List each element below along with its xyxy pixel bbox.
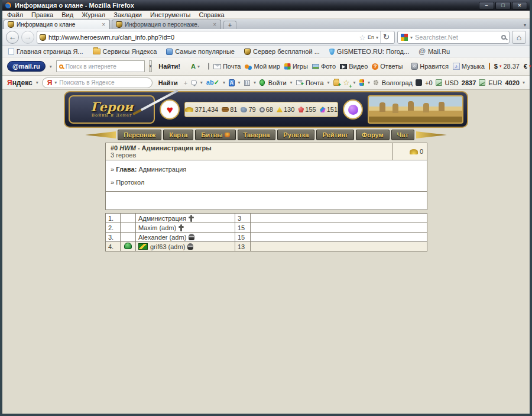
- bookmark-item[interactable]: Самые популярные: [166, 48, 235, 55]
- mailru-video-link[interactable]: Видео: [340, 63, 368, 70]
- mailru-find-button[interactable]: Найти!: [156, 62, 183, 71]
- yandex-find-button[interactable]: Найти: [156, 78, 180, 88]
- nav-rating[interactable]: Рейтинг: [316, 130, 353, 140]
- clipboard-icon[interactable]: [208, 63, 209, 70]
- dropdown-icon[interactable]: ▾: [54, 80, 57, 85]
- nav-battles[interactable]: Битвы: [195, 130, 235, 140]
- bookmark-item[interactable]: GISMETEO.RU: Погод...: [329, 48, 409, 55]
- mailru-search-input[interactable]: [66, 63, 144, 70]
- tab-clan-info[interactable]: Информация о клане ×: [4, 20, 110, 29]
- member-name-link[interactable]: Администрация: [138, 215, 186, 222]
- list-all-tabs-icon[interactable]: ▾: [524, 22, 528, 29]
- usd-rate[interactable]: $ ▾ 28.37: [494, 63, 520, 70]
- translate-icon[interactable]: А: [229, 79, 235, 86]
- yandex-login-link[interactable]: Войти: [268, 79, 287, 86]
- nav-map[interactable]: Карта: [163, 130, 193, 140]
- yandex-mail-link[interactable]: Почта: [306, 79, 324, 86]
- game-logo[interactable]: Герои Войны и Денег: [69, 95, 155, 124]
- bookmark-item[interactable]: Сервисы Яндекса: [93, 48, 157, 55]
- nav-roulette[interactable]: Рулетка: [277, 130, 314, 140]
- tab-character-info[interactable]: Информация о персонаже. ×: [112, 20, 221, 29]
- menu-file[interactable]: Файл: [7, 11, 23, 18]
- add-bookmark-star-icon[interactable]: ☆: [343, 78, 350, 87]
- mailru-mail-link[interactable]: Почта: [213, 63, 241, 70]
- reload-icon[interactable]: ↻: [380, 31, 392, 43]
- dropdown-icon[interactable]: ▾: [368, 80, 370, 85]
- menu-edit[interactable]: Правка: [31, 11, 53, 18]
- dropdown-icon[interactable]: ▾: [290, 80, 293, 85]
- comments-bubble-icon[interactable]: [191, 80, 197, 85]
- member-name-link[interactable]: Maxim (adm): [138, 224, 176, 231]
- dropdown-icon[interactable]: ▾: [238, 80, 241, 85]
- dropdown-icon[interactable]: ▾: [200, 80, 203, 85]
- eur-rate[interactable]: € ▾ 40.20: [524, 63, 532, 70]
- leader-name-link[interactable]: Администрация: [138, 166, 186, 173]
- firefox-icon: [5, 2, 12, 9]
- tab-close-icon[interactable]: ×: [212, 21, 217, 28]
- protocol-link[interactable]: Протокол: [116, 179, 144, 186]
- nav-character[interactable]: Персонаж: [118, 130, 161, 140]
- mailru-logo-dropdown-icon[interactable]: ▾: [50, 64, 52, 69]
- yandex-search-input[interactable]: [59, 79, 147, 86]
- mailru-music-link[interactable]: ♪ Музыка: [453, 63, 485, 70]
- nav-chat[interactable]: Чат: [391, 130, 414, 140]
- pencil-icon[interactable]: [203, 66, 205, 67]
- yandex-services-icon[interactable]: [359, 79, 364, 86]
- url-bar[interactable]: ☆ En ▾ ↻: [37, 31, 395, 44]
- search-box[interactable]: ▾: [397, 31, 510, 44]
- menu-bookmarks[interactable]: Закладки: [113, 11, 142, 18]
- flag-icon: [138, 243, 148, 250]
- yandex-mail-icon[interactable]: [296, 80, 302, 85]
- menu-tools[interactable]: Инструменты: [150, 11, 191, 18]
- yandex-logo-dropdown-icon[interactable]: ▾: [36, 80, 38, 85]
- nav-tavern[interactable]: Таверна: [238, 130, 276, 140]
- back-button[interactable]: ←: [6, 31, 19, 44]
- add-folder-icon[interactable]: [333, 80, 339, 86]
- dropdown-icon[interactable]: ▾: [223, 80, 225, 85]
- urlbar-dropdown-icon[interactable]: ▾: [376, 35, 378, 40]
- font-size-button[interactable]: A▾: [191, 63, 200, 70]
- dropdown-icon[interactable]: ▾: [353, 80, 356, 85]
- dropdown-icon[interactable]: ▾: [254, 80, 256, 85]
- yandex-search-box[interactable]: Я ▾: [42, 78, 153, 88]
- city-label[interactable]: Волгоград: [382, 79, 413, 86]
- member-name-link[interactable]: Alexander (adm): [138, 234, 186, 241]
- home-button[interactable]: ⌂: [512, 31, 526, 44]
- search-icon[interactable]: [501, 35, 506, 40]
- mailru-myworld-link[interactable]: Мой мир: [245, 63, 280, 70]
- new-tab-button[interactable]: +: [223, 21, 236, 29]
- maximize-button[interactable]: □: [495, 2, 511, 9]
- mailru-logo[interactable]: @mail.ru: [7, 61, 46, 72]
- gear-icon[interactable]: [374, 80, 378, 85]
- bookmark-item[interactable]: Главная страница Я...: [8, 48, 83, 55]
- search-engine-dropdown-icon[interactable]: ▾: [410, 35, 413, 40]
- keyboard-layout-icon[interactable]: [244, 80, 250, 86]
- plus-icon[interactable]: +: [184, 79, 187, 86]
- mailru-answers-link[interactable]: ? Ответы: [372, 63, 403, 70]
- nav-forum[interactable]: Форум: [356, 130, 390, 140]
- search-input[interactable]: [415, 34, 499, 41]
- dropdown-icon[interactable]: ▾: [327, 80, 330, 85]
- mailru-photo-link[interactable]: Фото: [312, 63, 336, 70]
- yandex-logo[interactable]: Яндекс: [7, 79, 33, 87]
- dropdown-icon[interactable]: ▾: [523, 80, 525, 85]
- menu-history[interactable]: Журнал: [82, 11, 105, 18]
- spellcheck-icon[interactable]: ab✓: [206, 79, 219, 86]
- mailru-like-button[interactable]: Нравится: [411, 63, 449, 70]
- mailru-search-dropdown-icon[interactable]: ▾: [149, 60, 153, 72]
- bookmark-item[interactable]: Сервер бесплатной ...: [244, 48, 320, 55]
- search-engine-icon[interactable]: [401, 34, 408, 41]
- menu-help[interactable]: Справка: [199, 11, 224, 18]
- minimize-button[interactable]: –: [479, 2, 494, 9]
- menu-view[interactable]: Вид: [61, 11, 73, 18]
- mailru-agent-icon[interactable]: [489, 63, 490, 70]
- bookmark-item[interactable]: @ Mail.Ru: [419, 47, 450, 56]
- url-input[interactable]: [48, 34, 356, 41]
- close-button[interactable]: ×: [512, 2, 527, 9]
- bookmark-star-icon[interactable]: ☆: [359, 33, 366, 42]
- mailru-games-link[interactable]: Игры: [284, 63, 308, 70]
- dropdown-icon[interactable]: ▾: [197, 64, 200, 69]
- member-name-link[interactable]: grif63 (adm): [150, 243, 185, 250]
- tab-close-icon[interactable]: ×: [101, 21, 106, 28]
- mailru-search-box[interactable]: [56, 60, 145, 72]
